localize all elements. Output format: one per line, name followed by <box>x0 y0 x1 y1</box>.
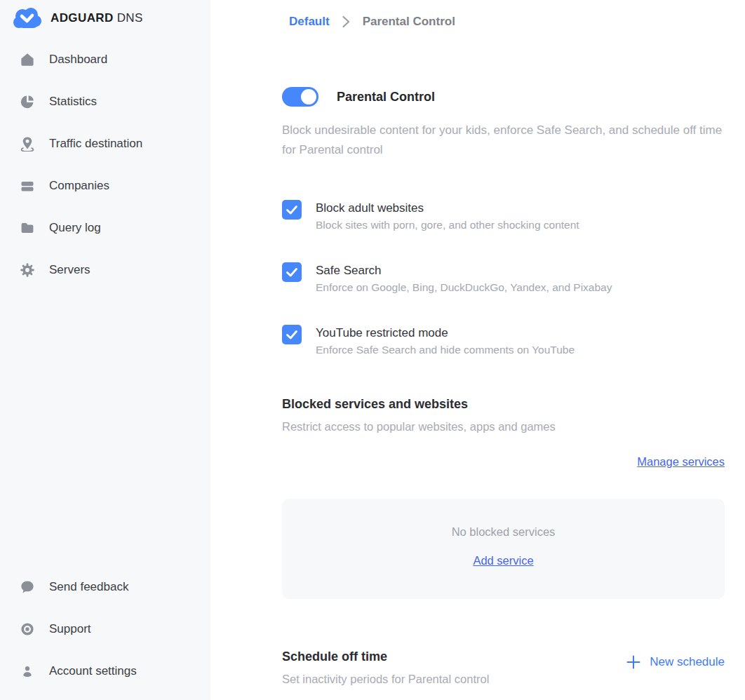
plus-icon <box>626 654 641 670</box>
breadcrumb-default-link[interactable]: Default <box>289 13 330 30</box>
sidebar-item-label: Servers <box>49 263 90 277</box>
schedule-description: Set inactivity periods for Parental cont… <box>282 670 489 688</box>
sidebar-item-label: Query log <box>49 221 101 235</box>
pie-chart-icon <box>20 94 35 109</box>
toggle-knob <box>301 89 316 105</box>
page-title: Parental Control <box>337 90 435 105</box>
sidebar-nav: Dashboard Statistics Traffic destination <box>0 39 210 291</box>
sidebar-item-companies[interactable]: Companies <box>0 165 210 207</box>
sidebar-item-label: Support <box>49 622 91 636</box>
brand-primary: ADGUARD <box>51 11 114 25</box>
checkbox-text: Safe Search Enforce on Google, Bing, Duc… <box>316 262 612 296</box>
checkmark-icon <box>282 200 302 220</box>
checkbox-text: Block adult websites Block sites with po… <box>316 200 579 234</box>
sidebar-item-servers[interactable]: Servers <box>0 249 210 291</box>
blocked-services-title: Blocked services and websites <box>282 395 725 413</box>
checkbox-label: YouTube restricted mode <box>316 325 575 342</box>
parental-control-toggle[interactable] <box>282 87 318 107</box>
youtube-restricted-mode-row[interactable]: YouTube restricted mode Enforce Safe Sea… <box>282 325 725 358</box>
gear-icon <box>20 262 35 278</box>
add-service-link[interactable]: Add service <box>473 554 533 567</box>
location-pin-icon <box>20 136 35 152</box>
breadcrumb-current: Parental Control <box>363 13 455 30</box>
sidebar-footer-nav: Send feedback Support Account settings <box>0 566 210 700</box>
manage-services-row: Manage services <box>282 455 725 469</box>
block-adult-websites-checkbox[interactable] <box>282 200 302 220</box>
person-icon <box>20 664 35 679</box>
checkbox-label: Safe Search <box>316 262 612 279</box>
blocked-services-empty-panel: No blocked services Add service <box>282 499 725 599</box>
speech-bubble-icon <box>20 579 35 595</box>
block-adult-websites-row[interactable]: Block adult websites Block sites with po… <box>282 200 725 234</box>
adguard-dns-logo[interactable]: ADGUARDDNS <box>0 0 210 31</box>
sidebar-item-label: Dashboard <box>49 53 107 67</box>
sidebar-item-label: Send feedback <box>49 580 128 594</box>
brand-secondary: DNS <box>117 11 143 25</box>
checkbox-description: Block sites with porn, gore, and other s… <box>316 217 579 234</box>
blocked-services-description: Restrict access to popular websites, app… <box>282 417 725 436</box>
sidebar-item-label: Traffic destination <box>49 137 142 151</box>
home-icon <box>20 52 35 67</box>
empty-state-text: No blocked services <box>282 499 725 539</box>
sidebar-item-support[interactable]: Support <box>0 608 210 650</box>
chevron-right-icon <box>342 15 350 28</box>
cloud-check-logo-icon <box>13 6 42 30</box>
sidebar-item-account-settings[interactable]: Account settings <box>0 650 210 692</box>
sidebar-item-label: Statistics <box>49 95 97 109</box>
safe-search-checkbox[interactable] <box>282 262 302 282</box>
parental-control-description: Block undesirable content for your kids,… <box>282 121 725 160</box>
checkbox-text: YouTube restricted mode Enforce Safe Sea… <box>316 325 575 358</box>
checkbox-description: Enforce Safe Search and hide comments on… <box>316 342 575 358</box>
sidebar-item-traffic-destination[interactable]: Traffic destination <box>0 123 210 165</box>
checkbox-list: Block adult websites Block sites with po… <box>282 200 725 358</box>
schedule-section: Schedule off time Set inactivity periods… <box>282 647 725 688</box>
parental-control-toggle-row: Parental Control <box>282 87 725 107</box>
sidebar-item-label: Account settings <box>49 664 137 678</box>
target-icon <box>20 621 35 637</box>
brand-text: ADGUARDDNS <box>51 11 143 25</box>
sidebar-item-dashboard[interactable]: Dashboard <box>0 39 210 81</box>
checkmark-icon <box>282 262 302 282</box>
checkbox-description: Enforce on Google, Bing, DuckDuckGo, Yan… <box>316 279 612 296</box>
sidebar-item-label: Companies <box>49 179 109 193</box>
schedule-text: Schedule off time Set inactivity periods… <box>282 647 489 688</box>
manage-services-link[interactable]: Manage services <box>637 455 725 469</box>
sidebar-item-send-feedback[interactable]: Send feedback <box>0 566 210 608</box>
main-content: Default Parental Control Parental Contro… <box>210 0 745 700</box>
folder-icon <box>20 220 35 236</box>
new-schedule-label: New schedule <box>650 655 725 669</box>
sidebar: ADGUARDDNS Dashboard Statistics Traffic <box>0 0 210 700</box>
new-schedule-button[interactable]: New schedule <box>626 654 725 670</box>
sidebar-item-statistics[interactable]: Statistics <box>0 81 210 123</box>
safe-search-row[interactable]: Safe Search Enforce on Google, Bing, Duc… <box>282 262 725 296</box>
breadcrumb: Default Parental Control <box>282 13 725 30</box>
companies-icon <box>20 178 35 194</box>
schedule-title: Schedule off time <box>282 647 489 666</box>
sidebar-item-query-log[interactable]: Query log <box>0 207 210 249</box>
checkmark-icon <box>282 325 302 344</box>
checkbox-label: Block adult websites <box>316 200 579 217</box>
youtube-restricted-mode-checkbox[interactable] <box>282 325 302 344</box>
